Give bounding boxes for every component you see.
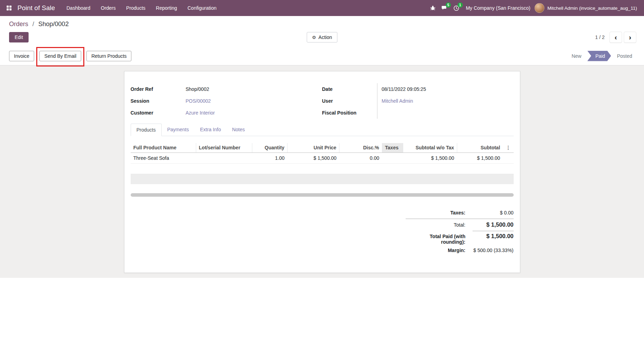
header-subtotal-wo-tax[interactable]: Subtotal w/o Tax	[403, 143, 457, 152]
total-row: Total: $ 1,500.00	[406, 219, 514, 229]
order-lines-table: Full Product Name Lot/serial Number Quan…	[131, 143, 514, 184]
session-label: Session	[131, 95, 186, 107]
cell-quantity: 1.00	[252, 152, 287, 163]
tab-notes[interactable]: Notes	[227, 124, 251, 136]
tab-extra-info[interactable]: Extra Info	[194, 124, 227, 136]
horizontal-scrollbar[interactable]	[131, 193, 514, 197]
cell-unit-price: $ 1,500.00	[288, 152, 339, 163]
user-menu[interactable]: Mitchell Admin (invoice_automate_aug_11)	[544, 6, 639, 11]
edit-button[interactable]: Edit	[9, 32, 29, 42]
header-taxes[interactable]: Taxes	[382, 143, 403, 152]
table-header-row: Full Product Name Lot/serial Number Quan…	[131, 143, 514, 152]
main-menu: Dashboard Orders Products Reporting Conf…	[61, 0, 222, 16]
messages-count-badge: 5	[446, 2, 451, 8]
messages-icon[interactable]: 5	[439, 2, 451, 14]
action-button-label: Action	[319, 34, 332, 40]
status-step-paid[interactable]: Paid	[587, 51, 611, 61]
table-row[interactable]: Three-Seat Sofa 1.00 $ 1,500.00 0.00 $ 1…	[131, 152, 514, 163]
customer-value-link[interactable]: Azure Interior	[186, 110, 215, 116]
breadcrumb-orders-link[interactable]: Orders	[9, 21, 28, 28]
cell-taxes	[382, 152, 403, 163]
cell-lot-serial	[196, 152, 252, 163]
notebook: Products Payments Extra Info Notes Full …	[131, 124, 514, 254]
total-paid-row: Total Paid (with rounding): $ 1,500.00	[406, 229, 514, 246]
total-value: $ 1,500.00	[473, 221, 514, 228]
optional-columns-icon[interactable]: ⋮	[503, 143, 513, 152]
total-paid-value: $ 1,500.00	[473, 231, 514, 240]
breadcrumb-separator: /	[32, 21, 34, 28]
margin-row: Margin: $ 500.00 (33.33%)	[406, 246, 514, 254]
pager-next-button[interactable]: ›	[624, 32, 636, 43]
fiscal-position-value[interactable]	[377, 107, 514, 119]
menu-reporting[interactable]: Reporting	[151, 0, 182, 16]
apps-grid-icon[interactable]	[3, 2, 15, 14]
status-step-new[interactable]: New	[567, 53, 586, 59]
session-value-link[interactable]: POS/00002	[186, 98, 211, 104]
avatar[interactable]	[535, 3, 544, 13]
empty-row-striped	[131, 174, 514, 184]
total-paid-label: Total Paid (with rounding):	[406, 234, 466, 245]
action-button[interactable]: ⚙ Action	[307, 32, 337, 42]
bug-icon-svg	[430, 5, 436, 11]
header-quantity[interactable]: Quantity	[252, 143, 287, 152]
cell-options	[503, 152, 513, 163]
company-switcher[interactable]: My Company (San Francisco)	[462, 5, 535, 11]
app-brand[interactable]: Point of Sale	[15, 4, 61, 12]
systray: 5 1 My Company (San Francisco) Mitchell …	[427, 2, 639, 14]
header-full-product-name[interactable]: Full Product Name	[131, 143, 196, 152]
taxes-label: Taxes:	[406, 210, 466, 215]
cell-full-product-name: Three-Seat Sofa	[131, 152, 196, 163]
margin-value: $ 500.00 (33.33%)	[473, 248, 514, 253]
form-sheet: Order Ref Shop/0002 Session POS/00002 Cu…	[124, 71, 520, 273]
return-products-button[interactable]: Return Products	[86, 51, 131, 61]
margin-label: Margin:	[406, 248, 466, 253]
user-value-link[interactable]: Mitchell Admin	[382, 98, 413, 104]
notebook-tabs: Products Payments Extra Info Notes	[131, 124, 514, 136]
header-subtotal[interactable]: Subtotal	[457, 143, 503, 152]
top-navbar: Point of Sale Dashboard Orders Products …	[0, 0, 644, 16]
header-lot-serial-number[interactable]: Lot/serial Number	[196, 143, 252, 152]
menu-orders[interactable]: Orders	[95, 0, 121, 16]
status-step-posted[interactable]: Posted	[612, 53, 637, 59]
taxes-value: $ 0.00	[473, 210, 514, 215]
order-ref-label: Order Ref	[131, 83, 186, 95]
header-unit-price[interactable]: Unit Price	[288, 143, 339, 152]
invoice-button[interactable]: Invoice	[9, 51, 34, 61]
order-ref-value: Shop/0002	[186, 83, 322, 95]
tab-payments[interactable]: Payments	[162, 124, 194, 136]
totals-footer: Taxes: $ 0.00 Total: $ 1,500.00 Total Pa…	[406, 209, 514, 254]
breadcrumb-current: Shop/0002	[38, 21, 69, 28]
date-value: 08/11/2022 09:05:25	[377, 83, 514, 95]
pager: 1 / 2 ‹ ›	[595, 32, 636, 43]
send-by-email-wrapper: Send By Email	[39, 51, 81, 61]
grid-icon-svg	[6, 5, 12, 11]
pager-value: 1 / 2	[595, 34, 605, 40]
menu-configuration[interactable]: Configuration	[182, 0, 222, 16]
fiscal-position-label: Fiscal Position	[322, 107, 377, 119]
cell-subtotal: $ 1,500.00	[457, 152, 503, 163]
control-panel: Edit ⚙ Action 1 / 2 ‹ ›	[0, 29, 644, 47]
empty-row	[131, 163, 514, 174]
left-field-group: Order Ref Shop/0002 Session POS/00002 Cu…	[131, 83, 322, 119]
form-statusbar: Invoice Send By Email Return Products Ne…	[0, 47, 644, 65]
activities-count-badge: 1	[458, 2, 463, 8]
user-label: User	[322, 95, 377, 107]
cell-disc: 0.00	[339, 152, 382, 163]
status-steps: New Paid Posted	[567, 51, 637, 61]
header-buttons: Invoice Send By Email Return Products	[9, 51, 131, 61]
right-field-group: Date 08/11/2022 09:05:25 User Mitchell A…	[322, 83, 514, 119]
tab-products[interactable]: Products	[131, 124, 162, 136]
gear-icon: ⚙	[312, 35, 316, 40]
date-label: Date	[322, 83, 377, 95]
taxes-row: Taxes: $ 0.00	[406, 209, 514, 217]
total-label: Total:	[406, 222, 466, 228]
menu-dashboard[interactable]: Dashboard	[61, 0, 96, 16]
cell-subtotal-wo-tax: $ 1,500.00	[403, 152, 457, 163]
pager-previous-button[interactable]: ‹	[610, 32, 622, 43]
bug-icon[interactable]	[427, 2, 439, 14]
header-disc[interactable]: Disc.%	[339, 143, 382, 152]
send-by-email-button[interactable]: Send By Email	[39, 51, 81, 61]
menu-products[interactable]: Products	[121, 0, 151, 16]
activities-clock-icon[interactable]: 1	[451, 2, 462, 14]
breadcrumb: Orders / Shop/0002	[0, 16, 644, 29]
